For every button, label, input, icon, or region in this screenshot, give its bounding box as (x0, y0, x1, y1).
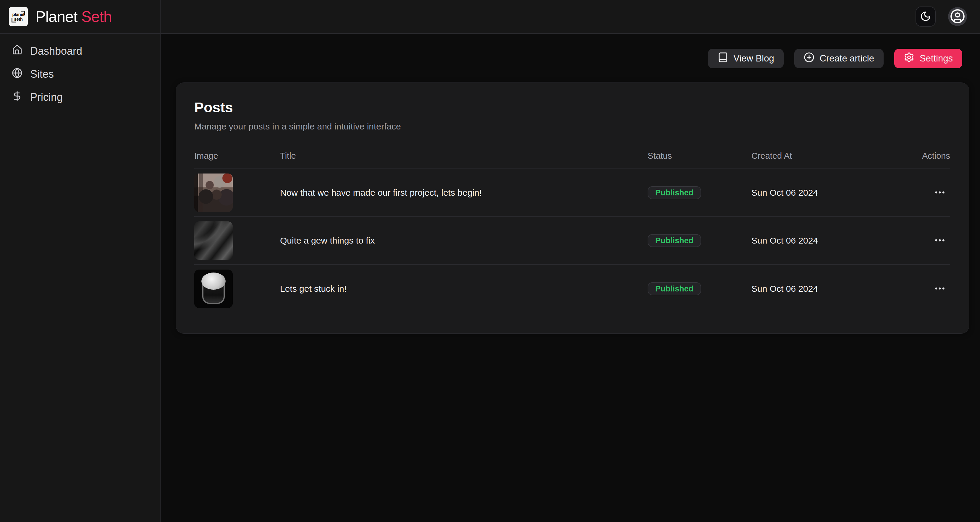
ellipsis-icon (934, 234, 946, 248)
sidebar-item-label: Pricing (30, 91, 63, 103)
actions-cell (929, 279, 950, 298)
column-header-created: Created At (751, 151, 878, 161)
row-actions-button[interactable] (929, 231, 950, 251)
post-title: Now that we have made our first project,… (280, 188, 648, 198)
dollar-icon (12, 91, 22, 104)
theme-toggle-button[interactable] (916, 6, 935, 27)
table-row: Quite a gew things to fix Published Sun … (194, 217, 950, 265)
table-row: Now that we have made our first project,… (194, 169, 950, 217)
created-at: Sun Oct 06 2024 (751, 236, 878, 246)
sidebar-item-pricing[interactable]: Pricing (12, 89, 160, 106)
logo-text-line1: planet (12, 12, 24, 17)
brand-title-accent: Seth (81, 8, 112, 25)
status-badge: Published (648, 186, 701, 199)
post-thumbnail (194, 173, 233, 212)
home-icon (12, 44, 22, 58)
status-cell: Published (648, 282, 751, 295)
sidebar: planet seth Planet Seth Dashboard Sites (0, 0, 161, 522)
settings-label: Settings (920, 53, 953, 64)
sidebar-item-dashboard[interactable]: Dashboard (12, 43, 160, 60)
posts-card: Posts Manage your posts in a simple and … (176, 83, 969, 334)
sidebar-nav: Dashboard Sites Pricing (0, 34, 160, 106)
actions-cell (929, 231, 950, 251)
brand-title: Planet Seth (35, 8, 112, 25)
image-cell (194, 270, 280, 308)
row-actions-button[interactable] (929, 279, 950, 298)
status-cell: Published (648, 234, 751, 247)
main-content: View Blog Create article Settings Posts … (161, 34, 980, 522)
logo-text-line2: seth (14, 17, 23, 21)
image-cell (194, 173, 280, 212)
create-article-label: Create article (820, 53, 874, 64)
status-badge: Published (648, 234, 701, 247)
column-header-image: Image (194, 151, 280, 161)
brand: planet seth Planet Seth (0, 0, 160, 34)
sidebar-item-label: Sites (30, 68, 54, 80)
view-blog-label: View Blog (733, 53, 774, 64)
status-badge: Published (648, 282, 701, 295)
moon-icon (920, 11, 931, 23)
created-at: Sun Oct 06 2024 (751, 284, 878, 294)
post-thumbnail (194, 270, 233, 308)
page-title: Posts (194, 99, 950, 116)
table-row: Lets get stuck in! Published Sun Oct 06 … (194, 265, 950, 313)
ellipsis-icon (934, 282, 946, 295)
sidebar-item-sites[interactable]: Sites (12, 66, 160, 83)
create-article-button[interactable]: Create article (794, 49, 884, 68)
book-icon (718, 52, 728, 65)
gear-icon (904, 52, 914, 65)
column-header-status: Status (648, 151, 751, 161)
post-thumbnail (194, 221, 233, 260)
post-title: Quite a gew things to fix (280, 236, 648, 246)
user-circle-icon (950, 9, 965, 25)
table-header-row: Image Title Status Created At Actions (194, 151, 950, 169)
sidebar-item-label: Dashboard (30, 45, 82, 57)
posts-table: Image Title Status Created At Actions No… (194, 151, 950, 313)
view-blog-button[interactable]: View Blog (708, 49, 783, 68)
column-header-actions: Actions (878, 151, 950, 161)
post-title: Lets get stuck in! (280, 284, 648, 294)
thumbnail-art-foam (201, 273, 226, 290)
actions-cell (929, 183, 950, 203)
account-button[interactable] (948, 7, 967, 26)
plus-circle-icon (804, 52, 815, 65)
planet-seth-logo: planet seth (9, 7, 28, 26)
settings-button[interactable]: Settings (894, 49, 962, 68)
page-subtitle: Manage your posts in a simple and intuit… (194, 122, 950, 132)
created-at: Sun Oct 06 2024 (751, 188, 878, 198)
image-cell (194, 221, 280, 260)
ellipsis-icon (934, 186, 946, 200)
row-actions-button[interactable] (929, 183, 950, 203)
status-cell: Published (648, 186, 751, 199)
app-root: planet seth Planet Seth Dashboard Sites (0, 0, 980, 522)
globe-icon (12, 68, 22, 81)
brand-title-primary: Planet (35, 8, 77, 25)
toolbar: View Blog Create article Settings (176, 49, 969, 68)
column-header-title: Title (280, 151, 648, 161)
top-bar (161, 0, 980, 34)
